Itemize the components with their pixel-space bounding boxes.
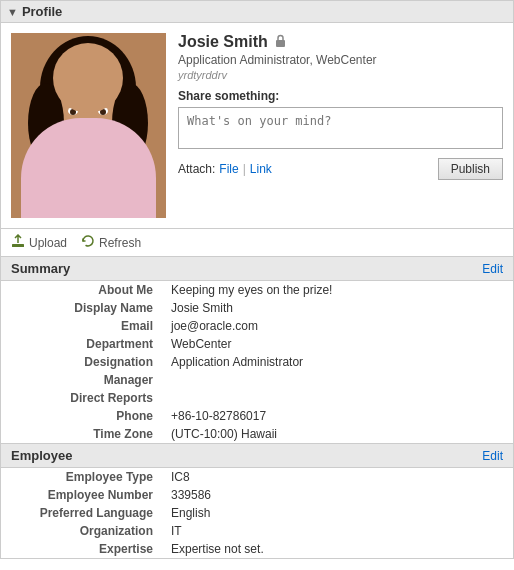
chevron-icon: ▼ <box>7 6 18 18</box>
field-label: Time Zone <box>1 425 161 443</box>
table-row: ExpertiseExpertise not set. <box>1 540 513 558</box>
job-title: Application Administrator, WebCenter <box>178 53 503 67</box>
publish-button[interactable]: Publish <box>438 158 503 180</box>
employee-table: Employee TypeIC8Employee Number339586Pre… <box>1 468 513 558</box>
field-value <box>161 389 513 407</box>
field-value: (UTC-10:00) Hawaii <box>161 425 513 443</box>
field-value: WebCenter <box>161 335 513 353</box>
field-label: Manager <box>1 371 161 389</box>
field-value: Application Administrator <box>161 353 513 371</box>
employee-title: Employee <box>11 448 72 463</box>
summary-section: Summary Edit About MeKeeping my eyes on … <box>0 257 514 444</box>
svg-point-6 <box>23 168 153 218</box>
table-row: Emailjoe@oracle.com <box>1 317 513 335</box>
attach-left: Attach: File | Link <box>178 162 272 176</box>
table-row: Preferred LanguageEnglish <box>1 504 513 522</box>
table-row: OrganizationIT <box>1 522 513 540</box>
lock-icon <box>274 34 287 50</box>
field-label: Department <box>1 335 161 353</box>
profile-header: ▼ Profile <box>0 0 514 23</box>
field-label: Email <box>1 317 161 335</box>
table-row: Display NameJosie Smith <box>1 299 513 317</box>
action-bar: Upload Refresh <box>0 229 514 257</box>
svg-rect-12 <box>12 244 24 247</box>
attach-link-link[interactable]: Link <box>250 162 272 176</box>
svg-point-4 <box>112 83 148 163</box>
field-label: About Me <box>1 281 161 299</box>
upload-label: Upload <box>29 236 67 250</box>
name-row: Josie Smith <box>178 33 503 51</box>
field-value: Expertise not set. <box>161 540 513 558</box>
attach-label: Attach: <box>178 162 215 176</box>
employee-section: Employee Edit Employee TypeIC8Employee N… <box>0 444 514 559</box>
table-row: Direct Reports <box>1 389 513 407</box>
table-row: About MeKeeping my eyes on the prize! <box>1 281 513 299</box>
field-value: IT <box>161 522 513 540</box>
table-row: DepartmentWebCenter <box>1 335 513 353</box>
summary-header: Summary Edit <box>1 257 513 281</box>
field-value <box>161 371 513 389</box>
summary-title: Summary <box>11 261 70 276</box>
field-value: 339586 <box>161 486 513 504</box>
field-label: Preferred Language <box>1 504 161 522</box>
svg-rect-5 <box>74 151 102 176</box>
profile-area: Josie Smith Application Administrator, W… <box>0 23 514 229</box>
field-label: Employee Type <box>1 468 161 486</box>
table-row: Time Zone(UTC-10:00) Hawaii <box>1 425 513 443</box>
upload-action[interactable]: Upload <box>11 234 67 251</box>
field-value: English <box>161 504 513 522</box>
profile-info: Josie Smith Application Administrator, W… <box>178 33 503 218</box>
profile-name: Josie Smith <box>178 33 268 51</box>
avatar <box>11 33 166 218</box>
field-value: Keeping my eyes on the prize! <box>161 281 513 299</box>
field-value: +86-10-82786017 <box>161 407 513 425</box>
field-label: Employee Number <box>1 486 161 504</box>
share-input[interactable] <box>178 107 503 149</box>
table-row: Manager <box>1 371 513 389</box>
upload-icon <box>11 234 25 251</box>
profile-header-title: Profile <box>22 4 62 19</box>
attach-file-link[interactable]: File <box>219 162 238 176</box>
table-row: Phone+86-10-82786017 <box>1 407 513 425</box>
avatar-container <box>11 33 166 218</box>
field-value: joe@oracle.com <box>161 317 513 335</box>
attach-row: Attach: File | Link Publish <box>178 158 503 180</box>
field-label: Designation <box>1 353 161 371</box>
refresh-label: Refresh <box>99 236 141 250</box>
summary-edit-link[interactable]: Edit <box>482 262 503 276</box>
username: yrdtyrddrv <box>178 69 503 81</box>
field-label: Direct Reports <box>1 389 161 407</box>
refresh-icon <box>81 234 95 251</box>
summary-table: About MeKeeping my eyes on the prize!Dis… <box>1 281 513 443</box>
employee-header: Employee Edit <box>1 444 513 468</box>
attach-separator: | <box>243 162 246 176</box>
svg-point-10 <box>100 109 106 115</box>
table-row: DesignationApplication Administrator <box>1 353 513 371</box>
svg-rect-11 <box>276 40 285 47</box>
field-value: Josie Smith <box>161 299 513 317</box>
svg-point-3 <box>28 83 64 163</box>
refresh-action[interactable]: Refresh <box>81 234 141 251</box>
svg-point-9 <box>70 109 76 115</box>
employee-edit-link[interactable]: Edit <box>482 449 503 463</box>
table-row: Employee Number339586 <box>1 486 513 504</box>
share-label: Share something: <box>178 89 503 103</box>
field-label: Display Name <box>1 299 161 317</box>
field-label: Expertise <box>1 540 161 558</box>
field-label: Phone <box>1 407 161 425</box>
field-value: IC8 <box>161 468 513 486</box>
table-row: Employee TypeIC8 <box>1 468 513 486</box>
field-label: Organization <box>1 522 161 540</box>
